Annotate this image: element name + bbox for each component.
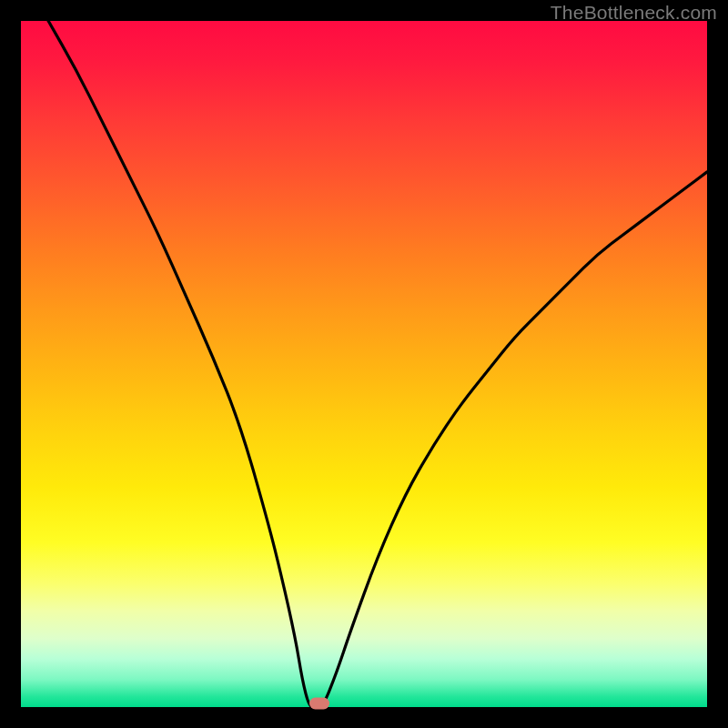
optimum-marker [309,698,329,710]
bottleneck-curve [21,21,707,707]
watermark-text: TheBottleneck.com [551,2,717,24]
chart-frame: TheBottleneck.com [0,0,728,728]
